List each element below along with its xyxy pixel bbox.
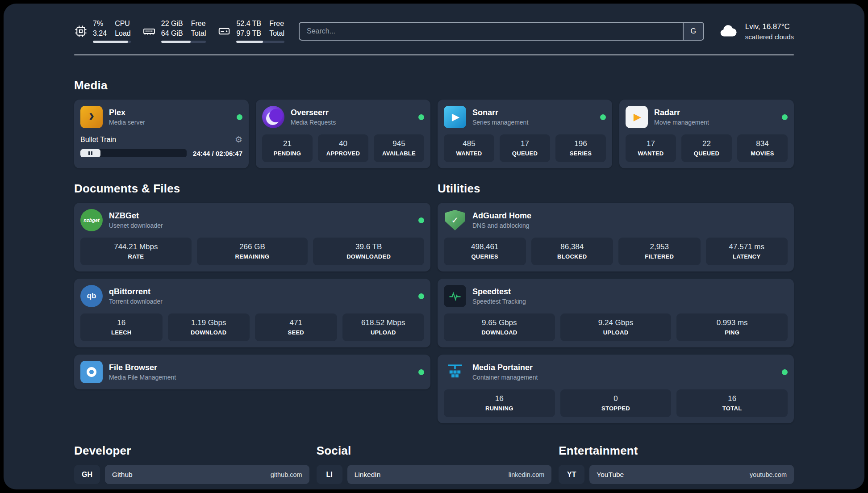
stat-tile: 39.6 TB DOWNLOADED <box>313 238 424 265</box>
app-name: Speedtest <box>472 287 526 297</box>
stat-tile: 2,953 FILTERED <box>618 238 701 265</box>
memory-widget: 22 GiB 64 GiB Free Total <box>142 20 206 43</box>
portainer-icon <box>444 361 466 383</box>
nzbget-link[interactable]: nzbget NZBGet Usenet downloader <box>80 209 424 231</box>
status-dot <box>418 114 424 120</box>
status-dot <box>237 114 242 120</box>
app-subtitle: Usenet downloader <box>109 222 163 229</box>
stat-value: 22 <box>684 139 729 148</box>
app-name: Sonarr <box>472 108 528 117</box>
cloud-icon <box>718 22 739 40</box>
nzbget-card: nzbget NZBGet Usenet downloader 744.21 M… <box>74 203 430 272</box>
disk-free-value: 52.4 TB <box>236 20 261 28</box>
filebrowser-card: File Browser Media File Management <box>74 355 430 389</box>
app-subtitle: DNS and adblocking <box>472 222 531 229</box>
ram-total-label: Total <box>191 29 206 38</box>
ram-free-value: 22 GiB <box>161 20 183 28</box>
bookmark-github[interactable]: GH Github github.com <box>74 465 309 484</box>
section-title-documents: Documents & Files <box>74 182 430 196</box>
search-input[interactable] <box>300 23 683 40</box>
stat-label: UPLOAD <box>563 329 669 336</box>
app-subtitle: Media File Management <box>109 374 176 381</box>
stat-label: TOTAL <box>679 405 785 412</box>
stat-tile: 21 PENDING <box>262 134 313 162</box>
weather-condition: scattered clouds <box>745 33 794 41</box>
bookmark-abbr: LI <box>317 465 342 484</box>
bookmark-linkedin[interactable]: LI LinkedIn linkedin.com <box>317 465 552 484</box>
ram-usage-bar <box>161 41 206 43</box>
stat-label: LATENCY <box>709 253 785 260</box>
overseerr-link[interactable]: Overseerr Media Requests <box>262 106 424 128</box>
qbittorrent-card: qb qBittorrent Torrent downloader 16 LEE… <box>74 279 430 347</box>
speedtest-link[interactable]: Speedtest Speedtest Tracking <box>444 285 788 307</box>
stat-value: 17 <box>502 139 547 148</box>
stat-label: DOWNLOADED <box>316 253 421 260</box>
section-title-social: Social <box>317 444 552 458</box>
stat-label: FILTERED <box>621 253 698 260</box>
cpu-percent: 7% <box>93 20 107 28</box>
stat-label: BLOCKED <box>534 253 611 260</box>
stat-label: DOWNLOAD <box>171 329 247 336</box>
filebrowser-link[interactable]: File Browser Media File Management <box>80 361 424 383</box>
status-dot <box>782 114 788 120</box>
app-subtitle: Speedtest Tracking <box>472 298 526 305</box>
stat-label: PENDING <box>265 150 310 157</box>
stat-label: QUEUED <box>502 150 547 157</box>
app-name: Overseerr <box>291 108 336 117</box>
stat-label: SERIES <box>558 150 603 157</box>
stat-label: LEECH <box>83 329 160 336</box>
stat-label: SEED <box>258 329 334 336</box>
bookmark-youtube[interactable]: YT YouTube youtube.com <box>559 465 794 484</box>
stat-label: REMAINING <box>200 253 305 260</box>
sonarr-icon: ▶ <box>444 106 466 128</box>
weather-location: Lviv, 16.87°C <box>745 22 794 31</box>
qbittorrent-link[interactable]: qb qBittorrent Torrent downloader <box>80 285 424 307</box>
stat-value: 618.52 Mbps <box>345 318 422 327</box>
stat-value: 16 <box>679 394 785 403</box>
weather-widget: Lviv, 16.87°C scattered clouds <box>718 22 794 41</box>
overseerr-card: Overseerr Media Requests 21 PENDING 40 A… <box>256 100 430 168</box>
radarr-link[interactable]: ▶ Radarr Movie management <box>626 106 788 128</box>
stat-tile: 9.24 Gbps UPLOAD <box>560 313 672 341</box>
stat-tile: 266 GB REMAINING <box>197 238 308 265</box>
playback-time: 24:44 / 02:06:47 <box>193 150 242 157</box>
search-engine-button[interactable]: G <box>683 23 703 40</box>
stat-value: 47.571 ms <box>709 242 785 251</box>
stat-tile: 618.52 Mbps UPLOAD <box>342 313 425 341</box>
portainer-link[interactable]: Media Portainer Container management <box>444 361 788 383</box>
stat-value: 196 <box>558 139 603 148</box>
sonarr-link[interactable]: ▶ Sonarr Series management <box>444 106 606 128</box>
app-name: qBittorrent <box>109 287 163 297</box>
section-title-developer: Developer <box>74 444 309 458</box>
disk-total-label: Total <box>269 29 284 38</box>
playback-progress-fill <box>80 149 100 157</box>
bookmarks-entertainment: Entertainment YT YouTube youtube.com NF … <box>559 444 794 489</box>
stat-label: WANTED <box>447 150 492 157</box>
stat-label: QUERIES <box>447 253 523 260</box>
bookmark-url: linkedin.com <box>509 471 545 478</box>
stat-value: 16 <box>447 394 552 403</box>
stat-value: 40 <box>321 139 366 148</box>
stat-value: 834 <box>740 139 785 148</box>
app-subtitle: Container management <box>472 374 538 381</box>
stat-label: QUEUED <box>684 150 729 157</box>
plex-link[interactable]: › Plex Media server <box>80 106 242 128</box>
playback-progress-bar[interactable] <box>80 149 187 157</box>
stat-tile: 86,384 BLOCKED <box>531 238 613 265</box>
cpu-usage-bar <box>93 41 131 43</box>
search-bar: G <box>299 22 704 41</box>
stat-tile: 485 WANTED <box>444 134 494 162</box>
status-dot <box>418 217 424 223</box>
adguard-link[interactable]: ✓ AdGuard Home DNS and adblocking <box>444 209 788 231</box>
gear-icon[interactable]: ⚙ <box>235 134 242 145</box>
plex-icon: › <box>80 106 103 128</box>
app-name: File Browser <box>109 363 176 372</box>
stat-tile: 22 QUEUED <box>681 134 732 162</box>
sonarr-card: ▶ Sonarr Series management 485 WANTED <box>438 100 612 168</box>
stat-tile: 16 RUNNING <box>444 389 555 417</box>
bookmark-abbr: GH <box>74 465 100 484</box>
disk-icon <box>217 25 231 38</box>
disk-total-value: 97.9 TB <box>236 29 261 38</box>
qbittorrent-icon: qb <box>80 285 103 307</box>
adguard-card: ✓ AdGuard Home DNS and adblocking 498,46… <box>438 203 794 272</box>
